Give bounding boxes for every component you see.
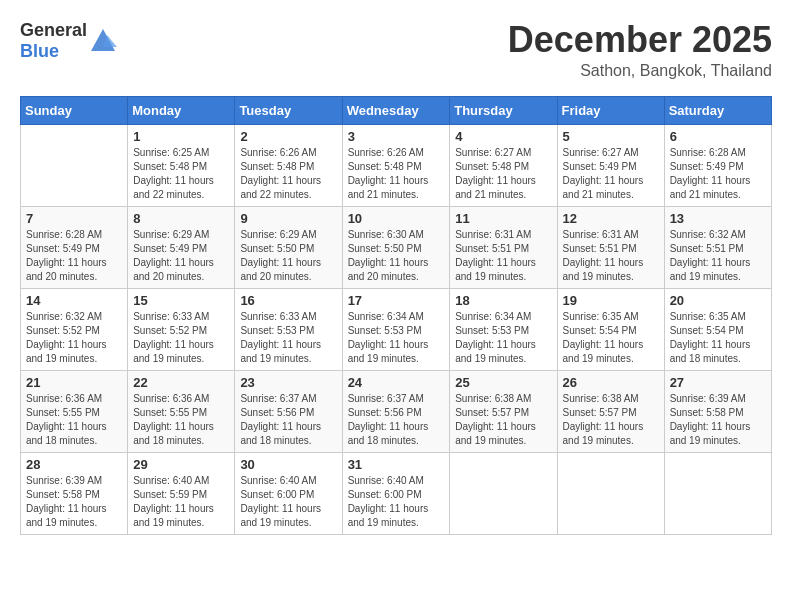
day-number: 7 (26, 211, 122, 226)
week-row-3: 14Sunrise: 6:32 AM Sunset: 5:52 PM Dayli… (21, 288, 772, 370)
day-info: Sunrise: 6:26 AM Sunset: 5:48 PM Dayligh… (240, 146, 336, 202)
day-number: 23 (240, 375, 336, 390)
weekday-header-wednesday: Wednesday (342, 96, 450, 124)
day-info: Sunrise: 6:35 AM Sunset: 5:54 PM Dayligh… (563, 310, 659, 366)
day-info: Sunrise: 6:26 AM Sunset: 5:48 PM Dayligh… (348, 146, 445, 202)
day-number: 19 (563, 293, 659, 308)
day-number: 2 (240, 129, 336, 144)
day-number: 5 (563, 129, 659, 144)
day-number: 15 (133, 293, 229, 308)
day-info: Sunrise: 6:29 AM Sunset: 5:49 PM Dayligh… (133, 228, 229, 284)
calendar-cell: 30Sunrise: 6:40 AM Sunset: 6:00 PM Dayli… (235, 452, 342, 534)
calendar-cell: 6Sunrise: 6:28 AM Sunset: 5:49 PM Daylig… (664, 124, 771, 206)
calendar-cell: 7Sunrise: 6:28 AM Sunset: 5:49 PM Daylig… (21, 206, 128, 288)
calendar-cell: 24Sunrise: 6:37 AM Sunset: 5:56 PM Dayli… (342, 370, 450, 452)
day-number: 3 (348, 129, 445, 144)
day-info: Sunrise: 6:28 AM Sunset: 5:49 PM Dayligh… (26, 228, 122, 284)
calendar-cell: 26Sunrise: 6:38 AM Sunset: 5:57 PM Dayli… (557, 370, 664, 452)
day-info: Sunrise: 6:34 AM Sunset: 5:53 PM Dayligh… (455, 310, 551, 366)
day-info: Sunrise: 6:38 AM Sunset: 5:57 PM Dayligh… (455, 392, 551, 448)
calendar-cell: 12Sunrise: 6:31 AM Sunset: 5:51 PM Dayli… (557, 206, 664, 288)
week-row-5: 28Sunrise: 6:39 AM Sunset: 5:58 PM Dayli… (21, 452, 772, 534)
day-info: Sunrise: 6:31 AM Sunset: 5:51 PM Dayligh… (563, 228, 659, 284)
day-info: Sunrise: 6:27 AM Sunset: 5:48 PM Dayligh… (455, 146, 551, 202)
day-info: Sunrise: 6:38 AM Sunset: 5:57 PM Dayligh… (563, 392, 659, 448)
day-number: 12 (563, 211, 659, 226)
calendar-cell: 4Sunrise: 6:27 AM Sunset: 5:48 PM Daylig… (450, 124, 557, 206)
calendar-cell: 2Sunrise: 6:26 AM Sunset: 5:48 PM Daylig… (235, 124, 342, 206)
weekday-header-row: SundayMondayTuesdayWednesdayThursdayFrid… (21, 96, 772, 124)
calendar-cell: 18Sunrise: 6:34 AM Sunset: 5:53 PM Dayli… (450, 288, 557, 370)
day-number: 28 (26, 457, 122, 472)
day-info: Sunrise: 6:31 AM Sunset: 5:51 PM Dayligh… (455, 228, 551, 284)
calendar-cell: 23Sunrise: 6:37 AM Sunset: 5:56 PM Dayli… (235, 370, 342, 452)
day-number: 25 (455, 375, 551, 390)
logo-general: General (20, 20, 87, 40)
calendar-cell: 3Sunrise: 6:26 AM Sunset: 5:48 PM Daylig… (342, 124, 450, 206)
day-number: 14 (26, 293, 122, 308)
day-number: 9 (240, 211, 336, 226)
day-number: 6 (670, 129, 766, 144)
day-number: 17 (348, 293, 445, 308)
day-number: 11 (455, 211, 551, 226)
day-info: Sunrise: 6:25 AM Sunset: 5:48 PM Dayligh… (133, 146, 229, 202)
day-info: Sunrise: 6:36 AM Sunset: 5:55 PM Dayligh… (133, 392, 229, 448)
day-info: Sunrise: 6:28 AM Sunset: 5:49 PM Dayligh… (670, 146, 766, 202)
day-number: 27 (670, 375, 766, 390)
logo: General Blue (20, 20, 117, 62)
week-row-1: 1Sunrise: 6:25 AM Sunset: 5:48 PM Daylig… (21, 124, 772, 206)
day-number: 21 (26, 375, 122, 390)
day-info: Sunrise: 6:37 AM Sunset: 5:56 PM Dayligh… (240, 392, 336, 448)
day-info: Sunrise: 6:39 AM Sunset: 5:58 PM Dayligh… (670, 392, 766, 448)
calendar-cell: 27Sunrise: 6:39 AM Sunset: 5:58 PM Dayli… (664, 370, 771, 452)
calendar: SundayMondayTuesdayWednesdayThursdayFrid… (20, 96, 772, 535)
calendar-cell: 9Sunrise: 6:29 AM Sunset: 5:50 PM Daylig… (235, 206, 342, 288)
weekday-header-tuesday: Tuesday (235, 96, 342, 124)
location-title: Sathon, Bangkok, Thailand (508, 62, 772, 80)
day-number: 20 (670, 293, 766, 308)
calendar-cell (664, 452, 771, 534)
weekday-header-monday: Monday (128, 96, 235, 124)
calendar-cell: 5Sunrise: 6:27 AM Sunset: 5:49 PM Daylig… (557, 124, 664, 206)
day-info: Sunrise: 6:35 AM Sunset: 5:54 PM Dayligh… (670, 310, 766, 366)
week-row-4: 21Sunrise: 6:36 AM Sunset: 5:55 PM Dayli… (21, 370, 772, 452)
weekday-header-thursday: Thursday (450, 96, 557, 124)
calendar-cell: 20Sunrise: 6:35 AM Sunset: 5:54 PM Dayli… (664, 288, 771, 370)
title-area: December 2025 Sathon, Bangkok, Thailand (508, 20, 772, 80)
weekday-header-sunday: Sunday (21, 96, 128, 124)
day-info: Sunrise: 6:30 AM Sunset: 5:50 PM Dayligh… (348, 228, 445, 284)
header: General Blue December 2025 Sathon, Bangk… (20, 20, 772, 80)
calendar-cell: 14Sunrise: 6:32 AM Sunset: 5:52 PM Dayli… (21, 288, 128, 370)
day-info: Sunrise: 6:39 AM Sunset: 5:58 PM Dayligh… (26, 474, 122, 530)
day-number: 4 (455, 129, 551, 144)
calendar-cell (557, 452, 664, 534)
logo-icon (89, 27, 117, 55)
day-info: Sunrise: 6:40 AM Sunset: 6:00 PM Dayligh… (240, 474, 336, 530)
day-number: 31 (348, 457, 445, 472)
day-info: Sunrise: 6:40 AM Sunset: 5:59 PM Dayligh… (133, 474, 229, 530)
day-number: 22 (133, 375, 229, 390)
calendar-cell: 16Sunrise: 6:33 AM Sunset: 5:53 PM Dayli… (235, 288, 342, 370)
calendar-cell: 8Sunrise: 6:29 AM Sunset: 5:49 PM Daylig… (128, 206, 235, 288)
day-number: 24 (348, 375, 445, 390)
week-row-2: 7Sunrise: 6:28 AM Sunset: 5:49 PM Daylig… (21, 206, 772, 288)
logo-blue: Blue (20, 41, 59, 61)
day-info: Sunrise: 6:37 AM Sunset: 5:56 PM Dayligh… (348, 392, 445, 448)
day-info: Sunrise: 6:40 AM Sunset: 6:00 PM Dayligh… (348, 474, 445, 530)
calendar-cell: 11Sunrise: 6:31 AM Sunset: 5:51 PM Dayli… (450, 206, 557, 288)
day-info: Sunrise: 6:32 AM Sunset: 5:51 PM Dayligh… (670, 228, 766, 284)
calendar-cell: 10Sunrise: 6:30 AM Sunset: 5:50 PM Dayli… (342, 206, 450, 288)
month-title: December 2025 (508, 20, 772, 60)
calendar-cell: 29Sunrise: 6:40 AM Sunset: 5:59 PM Dayli… (128, 452, 235, 534)
calendar-cell: 22Sunrise: 6:36 AM Sunset: 5:55 PM Dayli… (128, 370, 235, 452)
day-number: 29 (133, 457, 229, 472)
day-number: 13 (670, 211, 766, 226)
day-info: Sunrise: 6:33 AM Sunset: 5:52 PM Dayligh… (133, 310, 229, 366)
weekday-header-friday: Friday (557, 96, 664, 124)
svg-marker-0 (91, 29, 115, 51)
day-info: Sunrise: 6:34 AM Sunset: 5:53 PM Dayligh… (348, 310, 445, 366)
day-number: 1 (133, 129, 229, 144)
calendar-cell: 17Sunrise: 6:34 AM Sunset: 5:53 PM Dayli… (342, 288, 450, 370)
calendar-cell: 19Sunrise: 6:35 AM Sunset: 5:54 PM Dayli… (557, 288, 664, 370)
calendar-cell (450, 452, 557, 534)
